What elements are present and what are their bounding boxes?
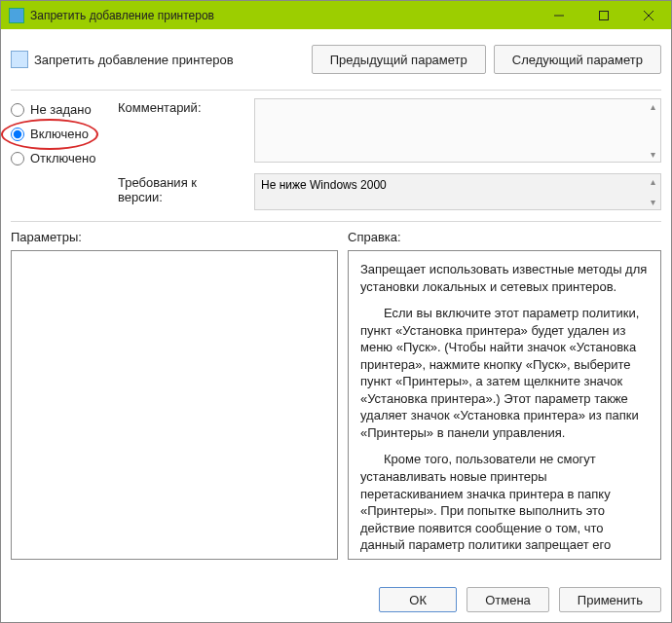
policy-icon [9,8,24,23]
next-setting-button[interactable]: Следующий параметр [494,45,661,74]
help-paragraph: Если вы включите этот параметр политики,… [360,305,649,441]
titlebar: Запретить добавление принтеров [0,0,672,29]
radio-not-configured-input[interactable] [11,103,24,117]
help-paragraph: Запрещает использовать известные методы … [360,261,649,295]
svg-rect-1 [600,11,609,19]
radio-enabled-label: Включено [30,127,89,141]
radio-enabled[interactable]: Включено [11,127,108,141]
requirements-text [254,173,661,210]
scroll-up-icon[interactable]: ▴ [647,101,658,113]
cancel-button[interactable]: Отмена [467,587,549,612]
scroll-up-icon[interactable]: ▴ [647,176,658,188]
radio-not-configured[interactable]: Не задано [11,102,108,117]
ok-button[interactable]: ОК [379,587,457,612]
radio-enabled-input[interactable] [11,128,24,141]
radio-disabled[interactable]: Отключено [11,151,108,165]
comment-textarea[interactable] [254,98,661,163]
options-panel [11,250,338,560]
radio-disabled-label: Отключено [30,151,95,165]
options-section-label: Параметры: [11,230,338,244]
scroll-down-icon[interactable]: ▾ [647,149,658,161]
scroll-down-icon[interactable]: ▾ [647,197,658,208]
radio-not-configured-label: Не задано [30,102,92,117]
divider [11,221,661,222]
client-area: Запретить добавление принтеров Предыдущи… [0,29,672,623]
close-button[interactable] [626,1,671,29]
window-title: Запретить добавление принтеров [30,9,537,22]
help-paragraph: Кроме того, пользователи не смогут устан… [360,451,649,560]
help-panel[interactable]: Запрещает использовать известные методы … [348,250,661,560]
requirements-label: Требования к версии: [118,173,243,213]
maximize-button[interactable] [581,1,626,29]
comment-label: Комментарий: [118,98,243,165]
policy-setting-icon [11,51,28,68]
help-section-label: Справка: [348,230,661,244]
policy-name: Запретить добавление принтеров [34,53,234,67]
previous-setting-button[interactable]: Предыдущий параметр [312,45,486,74]
divider [11,90,661,91]
apply-button[interactable]: Применить [559,587,661,612]
minimize-button[interactable] [537,1,581,29]
radio-disabled-input[interactable] [11,152,24,165]
